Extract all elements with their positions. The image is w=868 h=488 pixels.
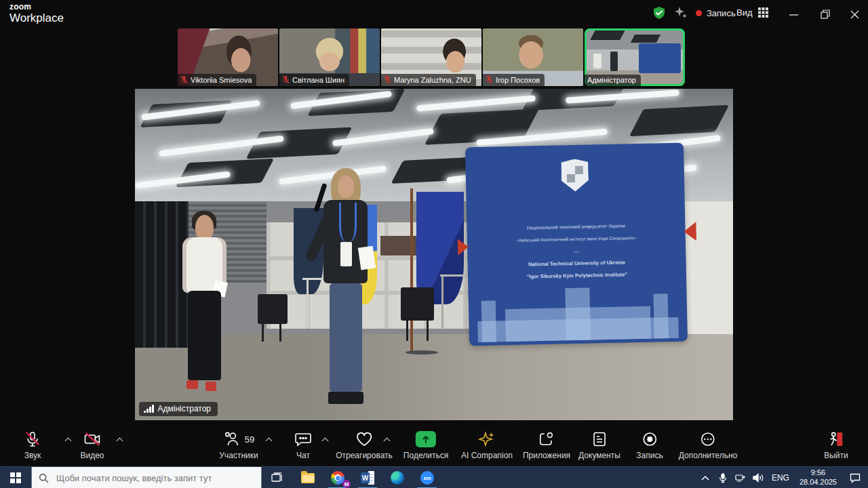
time: 9:56 — [800, 468, 837, 478]
banner-text-en-1: National Technical University of Ukraine — [478, 258, 675, 268]
speaker-with-microphone — [311, 168, 380, 413]
chat-options-chevron[interactable] — [322, 436, 329, 443]
muted-mic-icon — [282, 75, 290, 84]
recording-dot-icon — [696, 10, 702, 16]
participant-name-tag: Ігор Посохов — [483, 74, 545, 86]
system-tray: ENG 9:56 28.04.2025 — [696, 467, 868, 488]
participants-count: 59 — [245, 434, 254, 445]
task-view-icon — [271, 472, 283, 483]
banner-text-en-2: “Igor Sikorsky Kyiv Polytechnic Institut… — [478, 270, 675, 281]
participant-name: Світлана Шиян — [292, 76, 344, 84]
participants-label: Участники — [219, 451, 258, 460]
more-label: Дополнительно — [679, 451, 737, 460]
more-button[interactable]: Дополнительно — [679, 430, 737, 460]
participant-thumbnail[interactable]: Viktoriia Smiesova — [178, 28, 278, 86]
active-speaker-name-tag: Адміністратор — [139, 402, 218, 416]
participant-thumbnail[interactable]: Maryna Zaluzhna, ZNU — [381, 28, 481, 86]
language-indicator[interactable]: ENG — [767, 473, 794, 483]
tray-expand-chevron[interactable] — [696, 467, 714, 488]
search-input[interactable] — [55, 472, 248, 484]
notification-icon — [850, 473, 861, 483]
taskbar-app-file-explorer[interactable] — [293, 467, 323, 488]
record-icon — [642, 431, 658, 447]
participant-thumbnail-active-speaker[interactable]: Адміністратор — [585, 28, 685, 86]
participant-thumbnail[interactable]: Світлана Шиян — [279, 28, 380, 86]
chat-button[interactable]: Чат — [294, 430, 312, 460]
ai-companion-label: AI Companion — [461, 451, 513, 460]
light-strip — [416, 95, 536, 111]
docs-button[interactable]: Документы — [578, 430, 620, 460]
meeting-control-bar: Звук Видео 59 Участники Чат Отреагироват… — [0, 426, 868, 466]
thumb-ceiling-panel — [590, 30, 625, 40]
taskbar-app-edge[interactable] — [382, 467, 412, 488]
react-options-chevron[interactable] — [384, 436, 391, 443]
start-button[interactable] — [0, 467, 31, 488]
docs-label: Документы — [578, 451, 620, 460]
participants-options-chevron[interactable] — [266, 436, 273, 443]
chrome-profile-badge: M — [342, 480, 351, 488]
taskbar-app-zoom[interactable]: zm — [412, 467, 442, 488]
chat-label: Чат — [296, 451, 310, 460]
clock[interactable]: 9:56 28.04.2025 — [794, 468, 842, 487]
restore-button[interactable] — [815, 7, 835, 22]
share-screen-icon — [416, 431, 436, 447]
video-options-chevron[interactable] — [117, 436, 123, 443]
zoom-app-icon: zm — [420, 471, 434, 485]
audio-level-icon — [144, 405, 154, 413]
ai-companion-status-icon[interactable] — [673, 5, 688, 23]
participant-thumbnail[interactable]: Ігор Посохов — [483, 28, 583, 86]
logo-zoom-text: zoom — [9, 3, 64, 11]
windows-logo-icon — [10, 472, 21, 483]
video-label: Видео — [80, 451, 104, 460]
zoom-workplace-logo: zoom Workplace — [9, 3, 64, 24]
tray-network-icon[interactable] — [732, 467, 749, 488]
red-arrow-decoration — [684, 222, 696, 241]
black-chair — [258, 294, 288, 324]
ai-companion-button[interactable]: AI Companion — [461, 430, 513, 460]
file-explorer-icon — [301, 473, 315, 483]
video-button[interactable]: Видео — [80, 430, 104, 460]
grid-view-icon — [758, 7, 768, 18]
main-video-feed[interactable]: Національний технічний університет Украї… — [135, 89, 733, 420]
taskbar-search[interactable] — [31, 467, 262, 488]
apps-button[interactable]: Приложения — [523, 430, 570, 460]
share-label: Поделиться — [403, 451, 448, 460]
taskbar-app-word[interactable]: W — [353, 467, 382, 488]
thumb-person — [593, 54, 601, 68]
share-screen-button[interactable]: Поделиться — [403, 430, 448, 460]
audio-button[interactable]: Звук — [24, 430, 41, 460]
participant-name: Адміністратор — [587, 76, 636, 84]
record-button[interactable]: Запись — [636, 430, 663, 460]
participant-name-tag: Maryna Zaluzhna, ZNU — [381, 74, 476, 86]
taskbar-app-chrome[interactable]: M — [323, 467, 353, 488]
red-arrow-decoration — [457, 239, 468, 255]
document-icon — [591, 431, 608, 447]
task-view-button[interactable] — [262, 467, 293, 488]
audio-label: Звук — [24, 451, 41, 460]
tray-volume-icon[interactable] — [749, 467, 767, 488]
muted-mic-icon — [180, 75, 188, 84]
participants-button[interactable]: 59 Участники — [219, 430, 258, 460]
react-button[interactable]: Отреагировать — [336, 430, 393, 460]
leave-button[interactable]: Выйти — [824, 430, 848, 460]
close-button[interactable] — [844, 7, 865, 22]
audio-options-chevron[interactable] — [65, 436, 72, 443]
banner-text-ua-1: Національний технічний університет Украї… — [477, 222, 674, 231]
person-in-vyshyvanka — [168, 215, 240, 401]
react-label: Отреагировать — [336, 451, 393, 460]
banner-text-ua-2: «Київський політехнічний інститут імені … — [477, 235, 674, 243]
university-banner: Національний технічний університет Украї… — [465, 143, 687, 346]
active-speaker-name: Адміністратор — [158, 404, 212, 413]
view-button[interactable]: Вид — [736, 7, 768, 18]
view-label: Вид — [736, 7, 753, 18]
security-shield-icon[interactable] — [652, 6, 666, 22]
participant-name-tag: Адміністратор — [585, 75, 641, 86]
minimize-button[interactable] — [783, 7, 804, 22]
action-center-button[interactable] — [842, 467, 868, 488]
word-icon: W — [361, 471, 374, 485]
apps-label: Приложения — [523, 451, 570, 460]
edge-icon — [391, 471, 404, 485]
tray-microphone-icon[interactable] — [714, 467, 732, 488]
apps-icon — [538, 431, 555, 447]
windows-taskbar: M W zm ENG 9:56 — [0, 466, 868, 488]
